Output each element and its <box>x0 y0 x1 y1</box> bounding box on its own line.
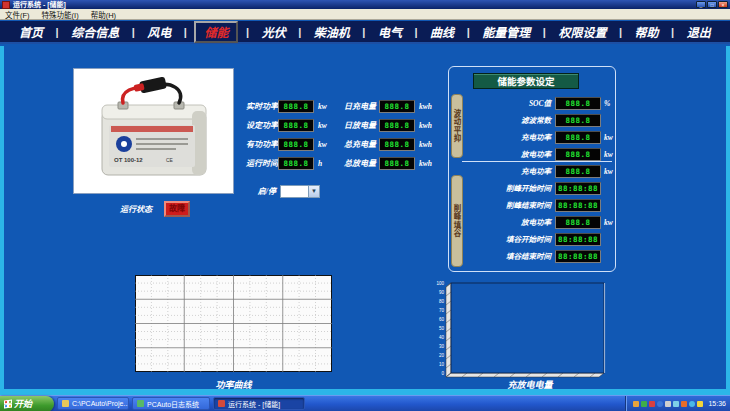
power-curve-caption: 功率曲线 <box>135 378 332 391</box>
maximize-button[interactable]: □ <box>707 1 717 8</box>
tray-icon[interactable] <box>641 401 647 407</box>
metric-unit: kwh <box>419 119 432 132</box>
metric-value-display: 888.8 <box>278 119 314 132</box>
metric-label: 总放电量 <box>338 157 376 170</box>
params-panel: 储能参数设定 波动平抑 削峰填谷 SOC值 888.8 % 滤波常数 888.8… <box>448 66 616 272</box>
battery-icon: OT 100-12 CE <box>74 69 231 191</box>
y-tick-label: 60 <box>439 317 445 322</box>
charge-discharge-caption: 充放电电量 <box>450 378 610 391</box>
app-icon <box>2 1 10 9</box>
menu-item-file[interactable]: 文件(F) <box>5 9 30 20</box>
y-tick-label: 10 <box>439 362 445 367</box>
windows-logo-icon <box>4 399 12 408</box>
param-label: 填谷开始时间 <box>463 233 551 246</box>
param-value-display: 888.8 <box>555 131 601 144</box>
param-value-display: 888.8 <box>555 114 601 127</box>
y-tick-label: 20 <box>439 353 445 358</box>
nav-item-exit[interactable]: 退出 <box>682 22 716 42</box>
svg-text:CE: CE <box>166 157 174 163</box>
param-value-display: 888.8 <box>555 216 601 229</box>
nav-item-home[interactable]: 首页 <box>14 22 48 42</box>
taskbar-task-folder[interactable]: C:\PCAuto\Proje... <box>57 397 129 410</box>
start-button-label: 开始 <box>14 397 32 410</box>
taskbar: 开始 C:\PCAuto\Proje... PCAuto日志系统 运行系统 - … <box>0 395 730 411</box>
y-tick-label: 50 <box>439 326 445 331</box>
app-window-icon <box>218 400 225 407</box>
metric-label: 日放电量 <box>338 119 376 132</box>
metric-value-display: 888.8 <box>379 119 415 132</box>
taskbar-clock[interactable]: 15:36 <box>708 400 726 407</box>
charge-discharge-chart: 100 90 80 70 60 50 40 30 20 10 0 <box>432 280 616 378</box>
nav-item-energy-storage[interactable]: 储能 <box>194 21 238 43</box>
metric-label: 日充电量 <box>338 100 376 113</box>
task-label: 运行系统 - [储能] <box>228 399 280 409</box>
taskbar-task-log-system[interactable]: PCAuto日志系统 <box>132 397 210 410</box>
metric-unit: kwh <box>419 138 432 151</box>
main-content: OT 100-12 CE 运行状态 故障 实时功率 888.8 kw 设定功率 … <box>0 46 730 395</box>
metric-value-display: 888.8 <box>379 157 415 170</box>
start-button[interactable]: 开始 <box>0 396 54 411</box>
tray-icon[interactable] <box>689 401 695 407</box>
nav-item-diesel[interactable]: 柴油机 <box>309 22 355 42</box>
param-unit: kw <box>604 216 613 229</box>
taskbar-task-run-system[interactable]: 运行系统 - [储能] <box>213 397 305 410</box>
nav-separator: | <box>184 26 187 38</box>
tray-icon[interactable] <box>649 401 655 407</box>
param-value-display: 88:88:88 <box>555 199 601 212</box>
chevron-down-icon[interactable]: ▼ <box>308 186 319 197</box>
y-tick-label: 0 <box>441 371 444 376</box>
y-tick-label: 70 <box>439 308 445 313</box>
y-tick-label: 90 <box>439 290 445 295</box>
param-label: 放电功率 <box>463 216 551 229</box>
tray-icon[interactable] <box>657 401 663 407</box>
param-unit: kw <box>604 148 613 161</box>
nav-separator: | <box>543 26 546 38</box>
nav-separator: | <box>671 26 674 38</box>
y-tick-label: 80 <box>439 299 445 304</box>
menu-item-special-functions[interactable]: 特殊功能(I) <box>42 9 79 20</box>
minimize-button[interactable]: _ <box>696 1 706 8</box>
menu-item-help[interactable]: 帮助(H) <box>91 9 116 20</box>
tab-fluctuation-smoothing[interactable]: 波动平抑 <box>451 94 463 158</box>
param-unit: % <box>604 97 610 110</box>
nav-item-electrical[interactable]: 电气 <box>373 22 407 42</box>
nav-item-help[interactable]: 帮助 <box>630 22 664 42</box>
metric-label: 实时功率 <box>240 100 278 113</box>
nav-bar: 首页 | 综合信息 | 风电 | 储能 | 光伏 | 柴油机 | 电气 | 曲线… <box>0 21 730 44</box>
metric-unit: kw <box>318 119 327 132</box>
metric-value-display: 888.8 <box>278 138 314 151</box>
nav-separator: | <box>619 26 622 38</box>
start-stop-select[interactable]: ▼ <box>280 185 320 198</box>
y-tick-label: 40 <box>439 335 445 340</box>
nav-item-curves[interactable]: 曲线 <box>425 22 459 42</box>
metric-label: 设定功率 <box>240 119 278 132</box>
param-value-display: 88:88:88 <box>555 233 601 246</box>
metric-value-display: 888.8 <box>278 157 314 170</box>
nav-item-pv[interactable]: 光伏 <box>257 22 291 42</box>
param-value-display: 88:88:88 <box>555 182 601 195</box>
nav-separator: | <box>467 26 470 38</box>
tray-icon[interactable] <box>697 401 703 407</box>
tab-peak-shaving[interactable]: 削峰填谷 <box>451 175 463 267</box>
task-label: C:\PCAuto\Proje... <box>72 400 129 407</box>
nav-item-permissions[interactable]: 权限设置 <box>553 22 611 42</box>
tray-icon[interactable] <box>633 401 639 407</box>
nav-separator: | <box>132 26 135 38</box>
nav-item-overview[interactable]: 综合信息 <box>66 22 124 42</box>
system-tray: 15:36 <box>626 396 730 411</box>
close-button[interactable]: × <box>718 1 728 8</box>
run-status-indicator[interactable]: 故障 <box>164 201 190 217</box>
folder-icon <box>62 400 69 407</box>
tray-icon[interactable] <box>665 401 671 407</box>
tray-icon[interactable] <box>673 401 679 407</box>
tray-icon[interactable] <box>681 401 687 407</box>
nav-item-energy-management[interactable]: 能量管理 <box>477 22 535 42</box>
param-label: 填谷结束时间 <box>463 250 551 263</box>
params-group-divider <box>462 161 612 162</box>
metric-unit: kw <box>318 138 327 151</box>
param-value-display: 88:88:88 <box>555 250 601 263</box>
param-label: 削峰结束时间 <box>463 199 551 212</box>
nav-separator: | <box>298 26 301 38</box>
metric-unit: h <box>318 157 322 170</box>
nav-item-wind-power[interactable]: 风电 <box>142 22 176 42</box>
